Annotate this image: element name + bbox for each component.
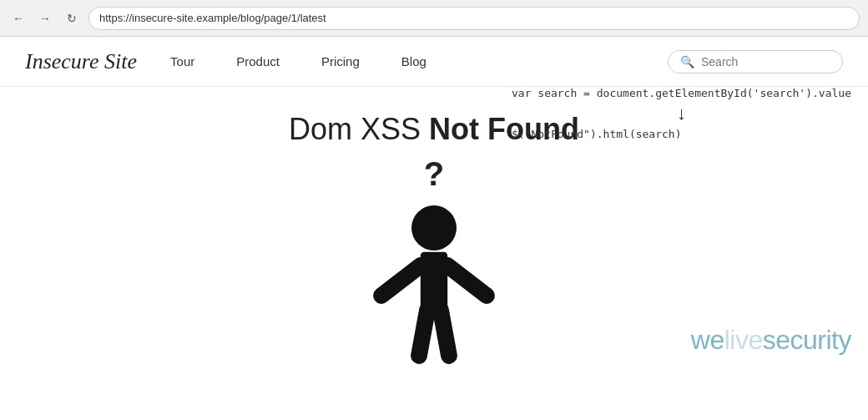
heading-normal: Dom XSS xyxy=(289,112,429,146)
xss-annotation: var search = document.getElementById('se… xyxy=(512,87,851,140)
watermark: welivesecurity xyxy=(691,325,851,356)
search-icon: 🔍 xyxy=(680,55,694,68)
person-figure xyxy=(359,197,509,364)
refresh-button[interactable]: ↻ xyxy=(62,8,82,28)
search-box[interactable]: 🔍 xyxy=(668,50,843,73)
browser-chrome: ← → ↻ https://insecure-site.example/blog… xyxy=(0,0,868,37)
xss-jquery-line: $("NotFound").html(search) xyxy=(512,128,851,140)
figure-container: ? xyxy=(359,155,509,364)
search-input[interactable] xyxy=(701,55,830,68)
back-button[interactable]: ← xyxy=(8,8,28,28)
site-logo[interactable]: Insecure Site xyxy=(25,49,137,74)
forward-button[interactable]: → xyxy=(35,8,55,28)
nav-product[interactable]: Product xyxy=(236,54,280,68)
address-bar[interactable]: https://insecure-site.example/blog/page/… xyxy=(88,7,860,30)
svg-line-2 xyxy=(381,266,421,296)
nav-tour[interactable]: Tour xyxy=(170,54,194,68)
question-mark-icon: ? xyxy=(424,155,444,193)
nav-links: Tour Product Pricing Blog xyxy=(170,54,668,68)
nav-pricing[interactable]: Pricing xyxy=(321,54,360,68)
svg-point-0 xyxy=(411,205,457,250)
main-content: var search = document.getElementById('se… xyxy=(0,87,868,364)
watermark-live: live xyxy=(724,325,763,355)
svg-line-4 xyxy=(419,311,427,356)
watermark-security: security xyxy=(763,325,851,355)
svg-line-5 xyxy=(441,311,449,356)
url-text: https://insecure-site.example/blog/page/… xyxy=(99,12,326,24)
nav-blog[interactable]: Blog xyxy=(401,54,426,68)
navbar: Insecure Site Tour Product Pricing Blog … xyxy=(0,37,868,87)
xss-arrow-icon: ↓ xyxy=(512,103,851,124)
xss-code-line: var search = document.getElementById('se… xyxy=(512,87,851,99)
watermark-we: we xyxy=(691,325,724,355)
svg-line-3 xyxy=(447,266,487,296)
